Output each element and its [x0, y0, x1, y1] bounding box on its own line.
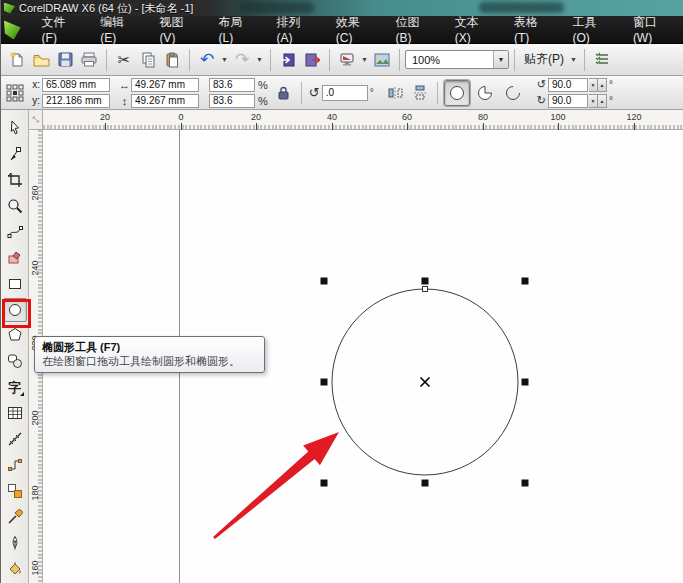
start-angle-icon: ↺	[537, 78, 546, 91]
object-position-button[interactable]	[3, 81, 27, 105]
hruler-label: 40	[317, 112, 347, 122]
coreldraw-logo-icon[interactable]	[4, 20, 22, 40]
selection-handle-top-left[interactable]	[321, 278, 328, 285]
options-button[interactable]	[590, 48, 614, 72]
smart-fill-tool[interactable]	[3, 246, 27, 270]
rectangle-tool[interactable]	[3, 272, 27, 296]
start-angle-input[interactable]	[548, 78, 588, 92]
pie-mode-button[interactable]	[472, 80, 498, 106]
fill-tool[interactable]	[3, 557, 27, 581]
tooltip-body: 在绘图窗口拖动工具绘制圆形和椭圆形。	[42, 354, 257, 368]
undo-dropdown[interactable]: ▼	[219, 49, 230, 71]
separator	[399, 49, 400, 71]
ruler-origin-corner[interactable]: ⤡	[29, 110, 43, 130]
application-launcher-button[interactable]	[335, 48, 359, 72]
paste-button[interactable]	[160, 48, 184, 72]
selection-handle-mid-left[interactable]	[321, 379, 328, 386]
selection-handle-top-center[interactable]	[422, 278, 429, 285]
selection-handle-mid-right[interactable]	[522, 379, 529, 386]
table-tool[interactable]	[3, 401, 27, 425]
percent-symbol: %	[258, 79, 268, 91]
mirror-horizontal-icon	[388, 85, 404, 101]
print-button[interactable]	[77, 48, 101, 72]
zoom-tool[interactable]	[3, 194, 27, 218]
blend-tool[interactable]	[3, 479, 27, 503]
hruler-label: 20	[241, 112, 271, 122]
launcher-dropdown[interactable]: ▼	[359, 49, 370, 71]
export-button[interactable]	[300, 48, 324, 72]
selection-handle-bottom-left[interactable]	[321, 480, 328, 487]
pick-tool[interactable]	[3, 116, 27, 140]
object-center-marker[interactable]	[421, 378, 430, 387]
zoom-combo-dropdown[interactable]: ▼	[493, 51, 508, 68]
hruler-label: 100	[543, 112, 573, 122]
ruler-row: ⤡ 20 0 20 40 60 80 100 120	[29, 110, 683, 130]
selection-handle-bottom-right[interactable]	[522, 480, 529, 487]
padlock-icon	[277, 86, 290, 100]
arc-shape-icon	[504, 84, 522, 102]
undo-button[interactable]: ↶	[195, 48, 219, 72]
ellipse-node[interactable]	[423, 287, 428, 292]
mirror-vertical-button[interactable]	[408, 81, 432, 105]
hruler-label: 0	[166, 112, 196, 122]
arc-mode-button[interactable]	[500, 80, 526, 106]
object-height-input[interactable]	[131, 94, 199, 108]
crop-tool[interactable]	[3, 168, 27, 192]
object-x-input[interactable]	[42, 78, 110, 92]
app-logo-icon	[4, 3, 15, 14]
redo-arrow-icon: ↷	[235, 51, 249, 68]
text-tool[interactable]: 字	[3, 375, 27, 399]
outline-pen-tool[interactable]	[3, 531, 27, 555]
object-y-input[interactable]	[42, 94, 110, 108]
welcome-screen-button[interactable]	[370, 48, 394, 72]
redo-button[interactable]: ↷	[230, 48, 254, 72]
copy-button[interactable]	[136, 48, 160, 72]
import-button[interactable]	[276, 48, 300, 72]
scale-height-input[interactable]	[209, 94, 255, 108]
freehand-tool[interactable]	[3, 220, 27, 244]
freehand-curve-icon	[7, 224, 23, 240]
paint-bucket-icon	[7, 561, 23, 577]
selection-handle-top-right[interactable]	[522, 278, 529, 285]
lock-ratio-button[interactable]	[272, 81, 296, 105]
percent-symbol: %	[258, 95, 268, 107]
new-document-button[interactable]	[5, 48, 29, 72]
tooltip-title: 椭圆形工具 (F7)	[42, 340, 257, 354]
horizontal-ruler[interactable]: 20 0 20 40 60 80 100 120	[43, 110, 683, 130]
mirror-horizontal-button[interactable]	[384, 81, 408, 105]
separator	[514, 49, 515, 71]
object-width-input[interactable]	[131, 78, 199, 92]
start-angle-spinner[interactable]: ▼▲	[589, 78, 607, 92]
open-button[interactable]	[29, 48, 53, 72]
snap-to-label[interactable]: 贴齐(P)	[520, 51, 568, 68]
basic-shapes-icon	[7, 353, 23, 369]
connector-tool[interactable]	[3, 453, 27, 477]
object-width-icon: ↔	[118, 79, 131, 91]
annotation-arrow	[213, 432, 339, 539]
title-bar: CorelDRAW X6 (64 位) - [未命名 -1]	[1, 0, 683, 16]
separator	[437, 82, 438, 104]
separator	[106, 49, 107, 71]
rotation-angle-input[interactable]	[322, 85, 368, 101]
paste-icon	[165, 52, 180, 68]
snap-to-dropdown[interactable]: ▼	[568, 49, 579, 71]
zoom-level-combo[interactable]: 100% ▼	[405, 50, 509, 69]
dimension-tool[interactable]	[3, 427, 27, 451]
basic-shapes-tool[interactable]	[3, 349, 27, 373]
ellipse-mode-button[interactable]	[444, 80, 470, 106]
selection-handle-bottom-center[interactable]	[422, 480, 429, 487]
object-size-fields: ↔ ↕	[118, 78, 199, 108]
save-button[interactable]	[53, 48, 77, 72]
menu-bar: 文件(F) 编辑(E) 视图(V) 布局(L) 排列(A) 效果(C) 位图(B…	[1, 16, 683, 44]
hruler-label: 120	[619, 112, 649, 122]
blend-icon	[7, 483, 23, 499]
end-angle-spinner[interactable]: ▼▲	[589, 94, 607, 108]
eyedropper-tool[interactable]	[3, 505, 27, 529]
end-angle-input[interactable]	[548, 94, 588, 108]
separator	[270, 49, 271, 71]
redo-dropdown[interactable]: ▼	[254, 49, 265, 71]
shape-tool[interactable]	[3, 142, 27, 166]
cut-button[interactable]: ✂	[112, 48, 136, 72]
scale-width-input[interactable]	[209, 78, 255, 92]
magnifier-icon	[7, 198, 23, 214]
